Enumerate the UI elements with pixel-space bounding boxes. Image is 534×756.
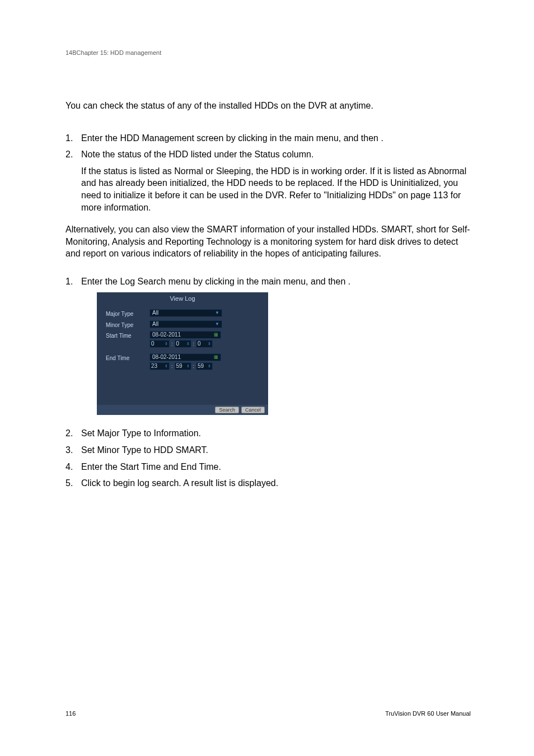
step-content: Set Minor Type to HDD SMART. <box>81 444 471 456</box>
calendar-icon: ▦ <box>214 354 218 361</box>
step-b-1: 1. Enter the Log Search menu by clicking… <box>65 276 471 423</box>
step-text: to begin log search. A result list is di… <box>103 478 278 488</box>
minor-type-value: All <box>152 321 158 328</box>
time-separator: : <box>171 362 174 370</box>
spinner-icon: ⇕ <box>208 363 211 370</box>
smart-paragraph: Alternatively, you can also view the SMA… <box>65 223 471 260</box>
step-content: Enter the Start Time and End Time. <box>81 461 471 473</box>
step-number: 2. <box>65 148 81 213</box>
step-content: Note the status of the HDD listed under … <box>81 148 471 213</box>
step-text: Note the status of the HDD listed under … <box>81 150 313 159</box>
step-number: 1. <box>65 132 81 144</box>
spinner-icon: ⇕ <box>165 340 168 347</box>
end-second-value: 59 <box>198 363 204 370</box>
step-text: Click <box>81 478 103 488</box>
end-second-input[interactable]: 59 ⇕ <box>196 362 213 370</box>
end-minute-value: 59 <box>176 363 182 370</box>
end-minute-input[interactable]: 59 ⇕ <box>175 362 191 370</box>
step-b-3: 3. Set Minor Type to HDD SMART. <box>65 444 471 456</box>
step-text: Enter the Log Search menu by clicking <box>81 277 237 286</box>
start-second-value: 0 <box>198 340 201 347</box>
chevron-down-icon: ▼ <box>215 321 219 328</box>
chevron-down-icon: ▼ <box>215 310 219 316</box>
intro-paragraph: You can check the status of any of the i… <box>65 100 471 112</box>
step-content: Enter the Log Search menu by clicking in… <box>81 276 471 423</box>
step-content: Set Major Type to Information. <box>81 427 471 440</box>
steps-check-status: 1. Enter the HDD Management screen by cl… <box>65 132 471 214</box>
page-footer: 116 TruVision DVR 60 User Manual <box>65 710 471 717</box>
step-b-4: 4. Enter the Start Time and End Time. <box>65 461 471 473</box>
start-second-input[interactable]: 0 ⇕ <box>196 340 213 348</box>
spinner-icon: ⇕ <box>186 340 190 347</box>
major-type-label: Major Type <box>106 309 149 318</box>
steps-smart: 1. Enter the Log Search menu by clicking… <box>65 276 471 489</box>
end-hour-input[interactable]: 23 ⇕ <box>149 362 170 370</box>
minor-type-label: Minor Type <box>106 320 149 329</box>
step-number: 2. <box>65 427 81 440</box>
major-type-row: Major Type All ▼ <box>97 308 268 319</box>
page-header: 14BChapter 15: HDD management <box>65 49 471 56</box>
spinner-icon: ⇕ <box>186 363 190 370</box>
step-number: 3. <box>65 444 81 456</box>
major-type-value: All <box>152 310 158 316</box>
minor-type-select[interactable]: All ▼ <box>149 320 222 328</box>
start-minute-input[interactable]: 0 ⇕ <box>175 340 191 348</box>
chapter-label: 14BChapter 15: HDD management <box>65 49 161 56</box>
calendar-icon: ▦ <box>214 332 218 338</box>
step-a-2: 2. Note the status of the HDD listed und… <box>65 148 471 213</box>
spinner-icon: ⇕ <box>165 363 168 370</box>
time-separator: : <box>193 362 195 370</box>
start-date-value: 08-02-2011 <box>152 332 181 338</box>
search-button[interactable]: Search <box>215 407 239 413</box>
step-text: in the main menu, and then <box>270 133 381 143</box>
start-date-input[interactable]: 08-02-2011 ▦ <box>149 331 221 339</box>
end-time-label: End Time <box>106 353 149 362</box>
step-b-2: 2. Set Major Type to Information. <box>65 427 471 440</box>
start-minute-value: 0 <box>176 340 180 347</box>
step-number: 5. <box>65 477 81 489</box>
step-text: in the main menu, and then <box>237 277 348 286</box>
step-text: . <box>381 133 383 143</box>
step-content: Enter the HDD Management screen by click… <box>81 132 471 144</box>
start-hour-input[interactable]: 0 ⇕ <box>149 340 170 348</box>
time-separator: : <box>171 340 174 348</box>
page-number: 116 <box>65 710 76 717</box>
dialog-title: View Log <box>97 292 268 309</box>
end-date-value: 08-02-2011 <box>152 354 181 361</box>
document-title: TruVision DVR 60 User Manual <box>385 710 471 717</box>
step-text: . <box>348 277 350 286</box>
cancel-button[interactable]: Cancel <box>241 407 265 413</box>
time-separator: : <box>193 340 195 348</box>
start-time-row: Start Time 08-02-2011 ▦ 0 ⇕ <box>97 330 268 349</box>
view-log-dialog: View Log Major Type All ▼ Minor Type All… <box>97 292 268 416</box>
step-number: 4. <box>65 461 81 473</box>
step-number: 1. <box>65 276 81 423</box>
step-subtext: If the status is listed as Normal or Sle… <box>81 165 471 213</box>
step-b-5: 5. Click to begin log search. A result l… <box>65 477 471 489</box>
step-text: Enter the HDD Management screen by click… <box>81 133 270 143</box>
start-hour-value: 0 <box>151 340 154 347</box>
major-type-select[interactable]: All ▼ <box>149 309 222 317</box>
spinner-icon: ⇕ <box>208 340 211 347</box>
step-content: Click to begin log search. A result list… <box>81 477 471 489</box>
minor-type-row: Minor Type All ▼ <box>97 319 268 330</box>
end-time-row: End Time 08-02-2011 ▦ 23 ⇕ <box>97 352 268 371</box>
start-time-label: Start Time <box>106 331 149 340</box>
dialog-button-bar: Search Cancel <box>97 405 268 415</box>
end-date-input[interactable]: 08-02-2011 ▦ <box>149 353 221 361</box>
step-a-1: 1. Enter the HDD Management screen by cl… <box>65 132 471 144</box>
end-hour-value: 23 <box>151 363 157 370</box>
